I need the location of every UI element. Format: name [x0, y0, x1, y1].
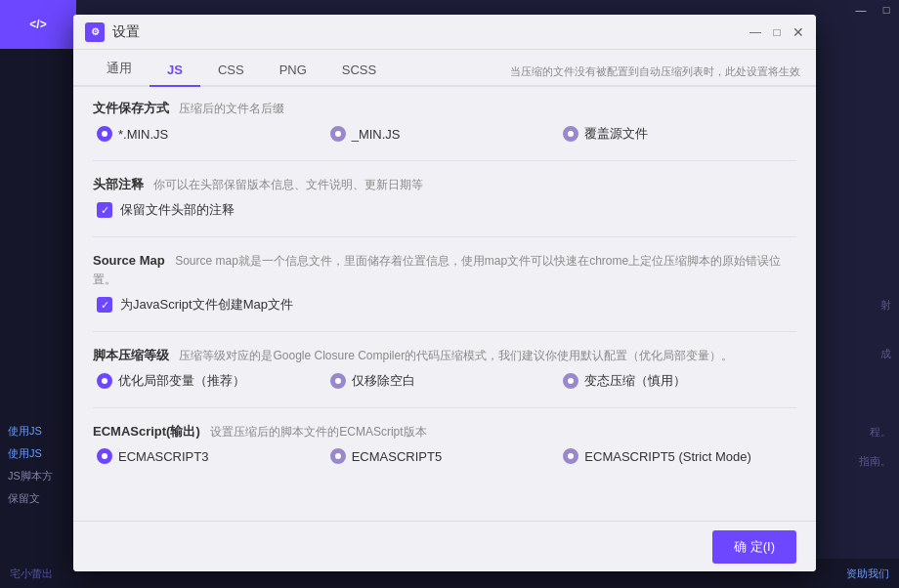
- right-text-2: 成: [880, 347, 891, 361]
- section-header-title: 头部注释: [93, 177, 144, 191]
- section-compress-title: 脚本压缩等级: [93, 348, 169, 362]
- section-file-save-title: 文件保存方式: [93, 101, 169, 115]
- bottom-right-link[interactable]: 资助我们: [846, 567, 889, 581]
- radio-remove-whitespace: [330, 373, 346, 389]
- radio-overwrite: [563, 126, 578, 142]
- section-sourcemap-desc: Source map就是一个信息文件，里面储存着位置信息，使用map文件可以快速…: [93, 254, 781, 286]
- radio-min-js: [97, 126, 112, 142]
- window-controls: — □: [848, 0, 899, 20]
- dialog-tabs: 通用 JS CSS PNG SCSS 当压缩的文件没有被配置到自动压缩列表时，此…: [73, 50, 816, 87]
- win-maximize[interactable]: □: [874, 0, 899, 20]
- right-text-1: 射: [880, 298, 891, 313]
- option-ecma3-label: ECMASCRIPT3: [118, 449, 208, 464]
- option-ecma5-strict-label: ECMASCRIPT5 (Strict Mode): [584, 449, 750, 464]
- section-compress-desc: 压缩等级对应的是Google Closure Compiler的代码压缩模式，我…: [179, 349, 733, 362]
- sidebar-link-1[interactable]: 使用JS: [5, 420, 71, 442]
- radio-extreme-compress: [563, 373, 578, 389]
- dialog-footer: 确 定(I): [73, 521, 816, 571]
- dialog-titlebar: ⚙ 设置 — □ ✕: [73, 15, 816, 50]
- divider-4: [93, 407, 796, 408]
- checkbox-keep-comment[interactable]: ✓ 保留文件头部的注释: [93, 201, 796, 219]
- section-header-comment: 头部注释 你可以在头部保留版本信息、文件说明、更新日期等 ✓ 保留文件头部的注释: [93, 175, 796, 219]
- radio-ecma3: [97, 448, 112, 464]
- section-ecma-desc: 设置压缩后的脚本文件的ECMAScript版本: [210, 425, 426, 439]
- option-min-js[interactable]: *.MIN.JS: [97, 126, 330, 142]
- dialog-notice: 当压缩的文件没有被配置到自动压缩列表时，此处设置将生效: [510, 64, 800, 79]
- sidebar-text-1: JS脚本方: [5, 465, 71, 487]
- tab-js[interactable]: JS: [150, 55, 200, 87]
- option-ecma5-strict[interactable]: ECMASCRIPT5 (Strict Mode): [563, 448, 796, 464]
- sidebar-logo: </>: [0, 0, 76, 49]
- option-ecma3[interactable]: ECMASCRIPT3: [97, 448, 330, 464]
- option-min-js-label: *.MIN.JS: [118, 127, 168, 142]
- option-remove-whitespace[interactable]: 仅移除空白: [330, 372, 564, 390]
- sidebar-link-2[interactable]: 使用JS: [5, 442, 71, 465]
- section-file-save-desc: 压缩后的文件名后缀: [179, 102, 284, 115]
- section-file-save: 文件保存方式 压缩后的文件名后缀 *.MIN.JS _MIN.JS 覆盖源文件: [93, 99, 796, 143]
- dialog-title-icon: ⚙: [85, 22, 105, 42]
- tab-png[interactable]: PNG: [262, 55, 324, 87]
- right-text-3: 程。: [870, 425, 891, 440]
- dialog-close-btn[interactable]: ✕: [789, 22, 808, 42]
- sidebar-links-area: 使用JS 使用JS JS脚本方 保留文: [0, 410, 76, 520]
- ecma-options: ECMASCRIPT3 ECMASCRIPT5 ECMASCRIPT5 (Str…: [93, 448, 796, 464]
- file-save-options: *.MIN.JS _MIN.JS 覆盖源文件: [93, 125, 796, 143]
- option-optimize-local-label: 优化局部变量（推荐）: [118, 372, 245, 390]
- option-optimize-local[interactable]: 优化局部变量（推荐）: [97, 372, 330, 390]
- right-text-4: 指南。: [859, 454, 891, 469]
- dialog-body: 文件保存方式 压缩后的文件名后缀 *.MIN.JS _MIN.JS 覆盖源文件: [73, 87, 816, 521]
- tab-css[interactable]: CSS: [200, 55, 262, 87]
- option-overwrite-label: 覆盖源文件: [584, 125, 648, 143]
- section-compress-level: 脚本压缩等级 压缩等级对应的是Google Closure Compiler的代…: [93, 346, 796, 390]
- section-sourcemap-title: Source Map: [93, 253, 165, 268]
- option-extreme-compress-label: 变态压缩（慎用）: [584, 372, 686, 390]
- checkbox-keep-comment-label: 保留文件头部的注释: [120, 201, 235, 219]
- tab-scss[interactable]: SCSS: [324, 55, 394, 87]
- section-header-desc: 你可以在头部保留版本信息、文件说明、更新日期等: [153, 178, 423, 191]
- section-ecma-title: ECMAScript(输出): [93, 424, 200, 439]
- option-ecma5[interactable]: ECMASCRIPT5: [330, 448, 564, 464]
- option-remove-whitespace-label: 仅移除空白: [352, 372, 415, 390]
- radio-ecma5: [330, 448, 346, 464]
- checkbox-create-map-box: ✓: [97, 297, 112, 313]
- confirm-button[interactable]: 确 定(I): [712, 530, 796, 564]
- bottom-left-text: 宅小蕾出: [10, 567, 53, 581]
- radio-underscore-min-js: [330, 126, 346, 142]
- settings-dialog: ⚙ 设置 — □ ✕ 通用 JS CSS PNG SCSS 当压缩的文件没有被配…: [73, 15, 816, 571]
- radio-ecma5-strict: [563, 448, 578, 464]
- compress-level-options: 优化局部变量（推荐） 仅移除空白 变态压缩（慎用）: [93, 372, 796, 390]
- win-minimize[interactable]: —: [848, 0, 874, 20]
- section-source-map: Source Map Source map就是一个信息文件，里面储存着位置信息，…: [93, 251, 796, 314]
- checkbox-keep-comment-box: ✓: [97, 202, 112, 218]
- dialog-title: 设置: [112, 23, 140, 41]
- option-underscore-min-js[interactable]: _MIN.JS: [330, 126, 564, 142]
- option-ecma5-label: ECMASCRIPT5: [352, 449, 442, 464]
- checkbox-create-map-label: 为JavaScript文件创建Map文件: [120, 296, 293, 314]
- dialog-max-btn[interactable]: □: [767, 22, 787, 42]
- section-ecma-output: ECMAScript(输出) 设置压缩后的脚本文件的ECMAScript版本 E…: [93, 422, 796, 464]
- option-underscore-label: _MIN.JS: [352, 127, 401, 142]
- tab-general[interactable]: 通用: [89, 52, 150, 87]
- divider-2: [93, 236, 796, 237]
- sidebar-text-2: 保留文: [5, 487, 71, 510]
- option-overwrite[interactable]: 覆盖源文件: [563, 125, 796, 143]
- radio-optimize-local: [97, 373, 112, 389]
- dialog-min-btn[interactable]: —: [746, 22, 765, 42]
- divider-3: [93, 331, 796, 332]
- divider-1: [93, 160, 796, 161]
- option-extreme-compress[interactable]: 变态压缩（慎用）: [563, 372, 796, 390]
- checkbox-create-map[interactable]: ✓ 为JavaScript文件创建Map文件: [93, 296, 796, 314]
